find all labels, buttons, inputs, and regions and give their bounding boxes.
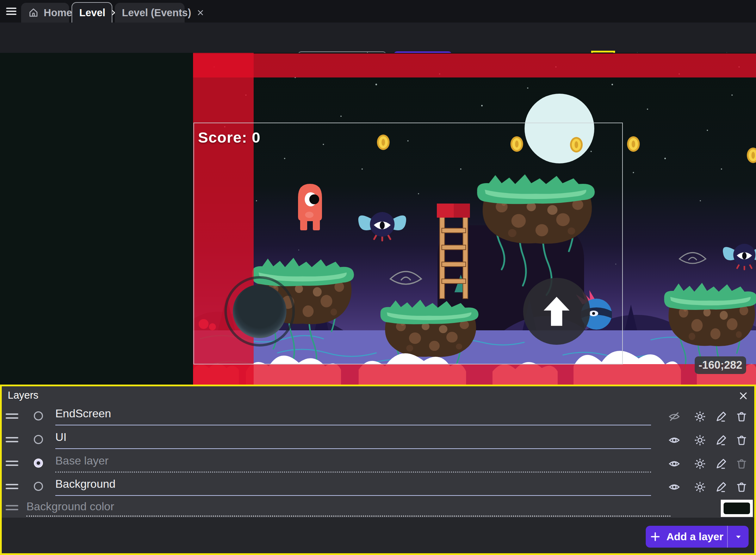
chevron-down-icon: [734, 532, 743, 541]
background-color-underline: [26, 516, 670, 517]
gdevelop-editor-window: Home Level Level (Events): [0, 0, 756, 555]
layer-select-radio[interactable]: [34, 411, 43, 420]
layer-select-radio-checked[interactable]: [34, 459, 43, 468]
tab-level-events[interactable]: Level (Events): [115, 3, 185, 23]
layer-row-ui: UI: [0, 429, 756, 451]
arrow-up-icon: [537, 292, 576, 331]
layer-row-endscreen: EndScreen: [0, 406, 756, 428]
layer-name-field[interactable]: UI: [55, 431, 651, 449]
plus-icon: [650, 531, 661, 542]
edit-pencil-icon[interactable]: [715, 411, 727, 423]
edit-pencil-icon[interactable]: [715, 434, 727, 446]
virtual-joystick-knob[interactable]: [233, 285, 286, 338]
tab-level-events-label: Level (Events): [122, 7, 191, 19]
add-layer-main[interactable]: Add a layer: [646, 526, 728, 548]
visibility-eye-icon[interactable]: [668, 481, 680, 493]
layers-panel-title: Layers: [8, 389, 38, 401]
delete-trash-icon[interactable]: [736, 481, 748, 493]
tab-home[interactable]: Home: [21, 3, 69, 23]
delete-trash-icon-disabled: [736, 458, 748, 470]
add-layer-button[interactable]: Add a layer: [646, 526, 749, 548]
tab-home-label: Home: [44, 7, 72, 19]
visibility-eye-icon[interactable]: [668, 434, 680, 446]
home-icon: [28, 7, 39, 18]
panel-bottom-bar: [2, 518, 754, 553]
drag-handle-icon[interactable]: [6, 484, 18, 489]
hazard-zone-bottom[interactable]: [193, 364, 756, 385]
background-color-label: Background color: [26, 500, 114, 513]
visibility-eye-icon[interactable]: [668, 458, 680, 470]
layer-row-background: Background: [0, 476, 756, 498]
edit-pencil-icon[interactable]: [715, 481, 727, 493]
score-text[interactable]: Score: 0: [198, 129, 261, 146]
close-panel-icon[interactable]: [738, 391, 748, 401]
background-color-row: Background color: [0, 499, 756, 517]
drag-handle-icon: [6, 505, 18, 511]
layers-panel: Layers EndScreen UI: [0, 385, 756, 555]
layer-name-field[interactable]: Background: [55, 478, 651, 496]
add-layer-dropdown[interactable]: [728, 526, 749, 548]
drag-handle-icon[interactable]: [6, 413, 18, 419]
drag-handle-icon[interactable]: [6, 461, 18, 466]
effects-sun-icon[interactable]: [694, 458, 706, 470]
cursor-coordinates-badge: -160;282: [695, 356, 746, 374]
layer-select-radio[interactable]: [34, 482, 43, 491]
layer-select-radio[interactable]: [34, 435, 43, 444]
layer-row-base-layer: Base layer: [0, 453, 756, 475]
drag-handle-icon[interactable]: [6, 437, 18, 443]
moon[interactable]: [525, 94, 594, 163]
hazard-zone-top[interactable]: [193, 54, 756, 77]
scene-toolbar: Preview Publish: [0, 23, 756, 53]
main-menu-icon[interactable]: [5, 5, 18, 17]
jump-button[interactable]: [523, 278, 590, 345]
delete-trash-icon[interactable]: [736, 411, 748, 423]
scene-editor-canvas[interactable]: Score: 0 -160;282: [0, 53, 756, 385]
tab-bar: Home Level Level (Events): [0, 0, 756, 23]
layer-name-field[interactable]: EndScreen: [55, 407, 651, 425]
effects-sun-icon[interactable]: [694, 434, 706, 446]
effects-sun-icon[interactable]: [694, 411, 706, 423]
effects-sun-icon[interactable]: [694, 481, 706, 493]
close-tab-icon[interactable]: [196, 8, 205, 17]
delete-trash-icon[interactable]: [736, 434, 748, 446]
layer-name-field[interactable]: Base layer: [55, 454, 651, 473]
tab-level[interactable]: Level: [72, 2, 112, 23]
edit-pencil-icon[interactable]: [715, 458, 727, 470]
visibility-eye-off-icon[interactable]: [668, 411, 680, 423]
tab-level-label: Level: [79, 7, 105, 19]
background-color-swatch[interactable]: [721, 500, 753, 517]
add-layer-label: Add a layer: [667, 531, 724, 543]
